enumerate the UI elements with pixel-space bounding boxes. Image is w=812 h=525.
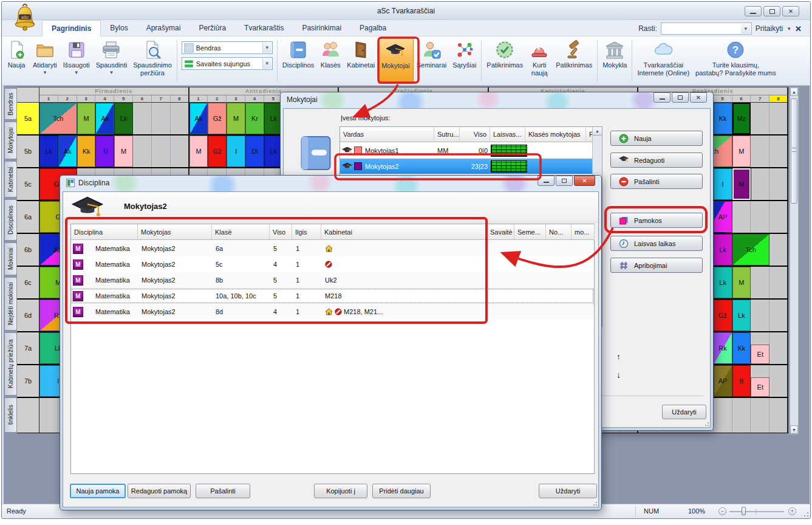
lesson-cell[interactable]: M	[77, 103, 96, 134]
dialog-maximize-button[interactable]	[556, 176, 573, 186]
tab-peržiūra[interactable]: Peržiūra	[189, 20, 235, 36]
empty-slot[interactable]	[714, 398, 732, 433]
empty-slot[interactable]	[152, 103, 171, 134]
empty-slot[interactable]	[152, 136, 171, 167]
lesson-cell[interactable]: M	[227, 103, 245, 134]
pridėti-daugiau-button[interactable]: Pridėti daugiau	[372, 484, 431, 498]
empty-slot[interactable]	[769, 267, 788, 298]
ribbon-sarysiai-button[interactable]: Sąryšiai	[449, 38, 479, 84]
teachers-col-header[interactable]: Sutru...	[434, 127, 460, 142]
chevron-down-icon[interactable]: ▼	[43, 70, 47, 75]
empty-slot[interactable]	[751, 398, 769, 433]
empty-slot[interactable]	[769, 136, 788, 167]
tab-tvarkaraštis[interactable]: Tvarkaraštis	[235, 20, 293, 36]
pamokos-button[interactable]: Pamokos	[610, 213, 703, 228]
lesson-cell[interactable]: I	[227, 136, 245, 167]
dialog-minimize-button[interactable]	[537, 176, 554, 186]
sidebar-tab-ne-d-ti-mokiniai[interactable]: Neįdėti mokiniai	[4, 277, 17, 331]
dialog-maximize-button[interactable]	[672, 92, 689, 103]
empty-slot[interactable]	[751, 168, 769, 200]
chevron-down-icon[interactable]: ▼	[262, 58, 271, 69]
empty-slot[interactable]	[769, 398, 788, 433]
ribbon-spausdinti-button[interactable]: Spausdinti▼	[93, 38, 130, 84]
empty-slot[interactable]	[732, 201, 751, 233]
lesson-cell[interactable]: I	[714, 168, 732, 200]
dialog-close-button[interactable]: ✕	[690, 92, 707, 103]
lessons-col-header[interactable]: Ilgis	[292, 224, 321, 240]
zoom-slider-thumb[interactable]	[742, 507, 746, 515]
redaguoti-button[interactable]: Redaguoti	[610, 153, 703, 168]
teachers-col-header[interactable]: Laisvas...	[490, 127, 525, 142]
empty-slot[interactable]	[769, 365, 788, 397]
lesson-row[interactable]: MMatematikaMokytojas25c41	[71, 256, 594, 272]
empty-slot[interactable]	[769, 168, 788, 200]
lesson-cell[interactable]: Ak	[95, 103, 114, 134]
lesson-cell[interactable]: Lk	[714, 267, 732, 298]
lesson-cell[interactable]: Gž	[714, 300, 732, 331]
ribbon-atidaryti-button[interactable]: Atidaryti▼	[30, 38, 60, 84]
chevron-down-icon[interactable]: ▼	[109, 70, 114, 75]
lessons-col-header[interactable]: Disciplina	[71, 224, 138, 240]
empty-slot[interactable]	[171, 103, 189, 134]
ribbon-kurti-nauja-button[interactable]: Kurti naują	[526, 38, 553, 84]
lesson-cell[interactable]: M	[732, 136, 751, 167]
lesson-cell[interactable]: AP	[714, 201, 732, 233]
lesson-cell[interactable]: Rk	[714, 332, 732, 364]
empty-slot[interactable]	[751, 201, 769, 233]
redaguoti-pamoką-button[interactable]: Redaguoti pamoką	[128, 484, 191, 498]
lesson-row[interactable]: MMatematikaMokytojas210a, 10b, 10c51M218	[71, 288, 594, 304]
dialog-minimize-button[interactable]	[653, 92, 670, 103]
empty-slot[interactable]	[769, 103, 788, 134]
lessons-col-header[interactable]: Kabinetai	[321, 224, 487, 240]
ribbon-mokykla-button[interactable]: Mokykla	[599, 38, 630, 84]
sidebar-tab-mokytojai[interactable]: Mokytojai	[4, 122, 17, 159]
lesson-cell[interactable]: Mz	[732, 103, 751, 134]
scroll-up-icon[interactable]: ▲	[593, 127, 602, 136]
teachers-col-header[interactable]: Vardas	[340, 127, 434, 142]
ribbon-nauja-button[interactable]: Nauja	[3, 38, 30, 84]
scroll-up-icon[interactable]: ▲	[790, 88, 798, 96]
laisvas-laikas-button[interactable]: Laisvas laikas	[610, 236, 703, 251]
combo-savaites-sujungus[interactable]: Savaites sujungus▼	[182, 57, 273, 70]
find-dropdown-icon[interactable]: ▼	[741, 24, 751, 33]
combo-bendras[interactable]: Bendras▼	[182, 41, 273, 54]
tab-bylos[interactable]: Bylos	[101, 20, 137, 36]
close-button[interactable]: ✕	[782, 6, 799, 16]
chevron-down-icon[interactable]: ▼	[262, 43, 271, 53]
apribojimai-button[interactable]: Apribojimai	[610, 258, 703, 273]
tab-pagrindinis[interactable]: Pagrindinis	[42, 20, 101, 36]
lesson-cell[interactable]: Gž	[208, 136, 227, 167]
sidebar-tab-bendras[interactable]: Bendras	[4, 88, 17, 120]
lessons-col-header[interactable]: Seme...	[514, 224, 546, 240]
lesson-cell[interactable]: Tch	[39, 103, 77, 134]
lesson-row[interactable]: MMatematikaMokytojas28d41M218, M21...	[71, 304, 594, 320]
lessons-col-header[interactable]: Klasė	[212, 224, 270, 240]
sidebar-tab-kabinet-prie-i-ra[interactable]: Kabinetų priežiūra	[4, 332, 17, 396]
lesson-cell[interactable]: Lk	[39, 136, 58, 167]
find-input[interactable]: ▼	[661, 22, 752, 35]
empty-slot[interactable]	[751, 267, 769, 298]
kopijuoti-į-button[interactable]: Kopijuoti į	[314, 484, 367, 498]
empty-slot[interactable]	[751, 300, 769, 331]
ribbon-mokytojai-button[interactable]: Mokytojai	[378, 38, 413, 84]
ribbon-klases-button[interactable]: Klasės	[317, 38, 344, 84]
app-logo-bell-icon[interactable]: aSc	[12, 4, 38, 29]
lessons-col-header[interactable]: Viso	[270, 224, 292, 240]
lessons-col-header[interactable]: Savaitė	[487, 224, 514, 240]
empty-slot[interactable]	[133, 103, 152, 134]
lesson-cell[interactable]: Ak	[58, 136, 77, 167]
sidebar-tab-tinklelis[interactable]: tinklelis	[4, 397, 17, 433]
empty-slot[interactable]	[769, 300, 788, 331]
move-down-button[interactable]: ↓	[616, 370, 621, 380]
pašalinti-button[interactable]: Pašalinti	[196, 484, 250, 498]
pasalinti-button[interactable]: Pašalinti	[610, 174, 703, 189]
lesson-cell[interactable]: Ak	[189, 103, 208, 134]
zoom-out-button[interactable]: −	[718, 507, 726, 515]
ribbon-spausdinimo-perziura-button[interactable]: Spausdinimo peržiūra	[130, 38, 175, 84]
dialog-close-button[interactable]: ✕	[574, 176, 595, 186]
lesson-cell[interactable]: Kk	[714, 103, 732, 134]
ribbon-issaugoti-button[interactable]: Išsaugoti▼	[60, 38, 93, 84]
ribbon-tvarkarasciai-internete-button[interactable]: Tvarkaraščiai Internete (Online)	[634, 38, 692, 84]
empty-slot[interactable]	[39, 398, 58, 433]
empty-slot[interactable]	[171, 136, 189, 167]
